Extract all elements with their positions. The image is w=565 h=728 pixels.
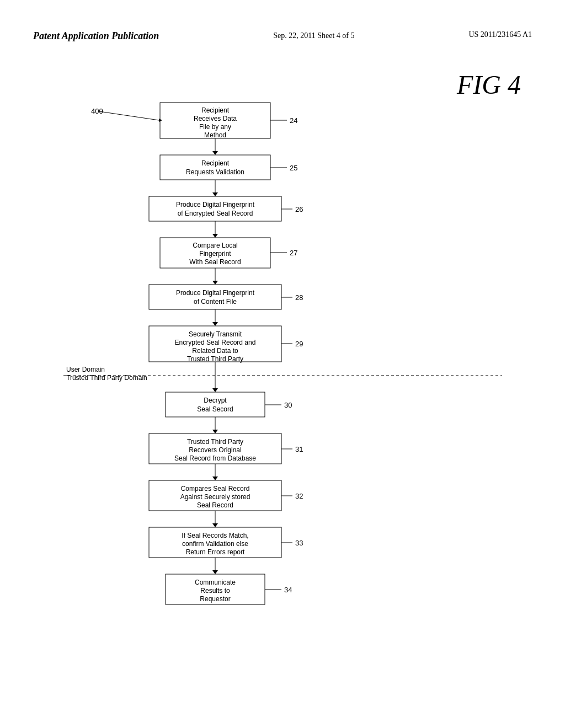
svg-marker-40 — [212, 322, 218, 326]
svg-text:Encrypted Seal Record and: Encrypted Seal Record and — [175, 339, 256, 346]
svg-text:Compare Local: Compare Local — [193, 242, 237, 249]
svg-text:31: 31 — [295, 445, 303, 453]
svg-marker-67 — [212, 477, 218, 480]
svg-text:Requestor: Requestor — [200, 595, 230, 603]
svg-text:Compares Seal Record: Compares Seal Record — [181, 485, 250, 493]
svg-text:With Seal Record: With Seal Record — [189, 258, 241, 266]
svg-rect-19 — [149, 196, 281, 221]
svg-text:34: 34 — [284, 586, 292, 594]
svg-text:Seal Record: Seal Record — [197, 501, 233, 509]
svg-text:Trusted Third Party Domain: Trusted Third Party Domain — [66, 374, 147, 382]
svg-text:Method: Method — [204, 131, 226, 139]
svg-text:25: 25 — [290, 164, 297, 172]
svg-marker-75 — [212, 523, 218, 527]
svg-text:Communicate: Communicate — [195, 579, 236, 586]
svg-text:Trusted Third Party: Trusted Third Party — [187, 355, 243, 363]
svg-text:Related Data to: Related Data to — [192, 347, 238, 355]
header: Patent Application Publication Sep. 22, … — [0, 0, 565, 53]
svg-text:Fingerprint: Fingerprint — [199, 250, 231, 258]
svg-text:Seal Record from Database: Seal Record from Database — [174, 454, 256, 462]
svg-text:If Seal Records Match,: If Seal Records Match, — [182, 532, 248, 539]
svg-marker-11 — [212, 151, 218, 155]
svg-text:24: 24 — [290, 116, 297, 125]
svg-text:Requests Validation: Requests Validation — [186, 168, 244, 176]
svg-text:Recipient: Recipient — [201, 106, 230, 114]
svg-marker-25 — [212, 234, 218, 238]
svg-text:32: 32 — [295, 492, 303, 500]
svg-text:of Encrypted Seal Record: of Encrypted Seal Record — [178, 210, 253, 217]
svg-marker-52 — [212, 388, 218, 392]
svg-marker-18 — [212, 192, 218, 196]
svg-text:Receives Data: Receives Data — [194, 115, 237, 122]
svg-text:28: 28 — [295, 293, 303, 302]
svg-marker-83 — [212, 570, 218, 574]
svg-marker-59 — [212, 430, 218, 433]
patent-number-label: US 2011/231645 A1 — [468, 30, 532, 39]
fig-label: FIG 4 — [457, 69, 521, 100]
svg-text:Return Errors report: Return Errors report — [186, 548, 245, 556]
patent-publication-label: Patent Application Publication — [33, 30, 159, 42]
svg-text:Trusted Third Party: Trusted Third Party — [187, 438, 243, 446]
svg-text:Securely Transmit: Securely Transmit — [189, 330, 242, 338]
svg-text:27: 27 — [290, 249, 297, 257]
svg-text:Recipient: Recipient — [201, 159, 230, 167]
flow-diagram: Recipient Receives Data File by any Meth… — [33, 69, 530, 687]
svg-text:30: 30 — [284, 401, 292, 409]
svg-line-8 — [99, 111, 159, 120]
svg-rect-12 — [160, 155, 270, 180]
svg-text:33: 33 — [295, 539, 303, 547]
svg-text:confirm Validation else: confirm Validation else — [182, 540, 248, 548]
diagram-area: FIG 4 Recipient Receives Data File by an… — [0, 53, 565, 722]
svg-text:Produce Digital Fingerprint: Produce Digital Fingerprint — [176, 201, 255, 208]
page: Patent Application Publication Sep. 22, … — [0, 0, 565, 728]
svg-text:User Domain: User Domain — [66, 366, 105, 373]
svg-text:Produce Digital Fingerprint: Produce Digital Fingerprint — [176, 289, 255, 297]
svg-text:Results to: Results to — [200, 587, 230, 595]
svg-text:of Content File: of Content File — [194, 298, 237, 306]
svg-text:Recovers Original: Recovers Original — [189, 446, 241, 454]
svg-text:Decrypt: Decrypt — [204, 397, 227, 404]
svg-rect-34 — [149, 285, 281, 309]
svg-text:Against Securely stored: Against Securely stored — [180, 493, 250, 501]
svg-text:29: 29 — [295, 340, 303, 348]
svg-rect-53 — [166, 392, 265, 417]
svg-marker-33 — [212, 281, 218, 285]
header-center-info: Sep. 22, 2011 Sheet 4 of 5 — [273, 30, 354, 41]
svg-text:File by any: File by any — [199, 123, 231, 131]
svg-text:26: 26 — [295, 205, 303, 213]
svg-text:400: 400 — [91, 107, 103, 115]
svg-text:Seal Secord: Seal Secord — [197, 405, 233, 413]
